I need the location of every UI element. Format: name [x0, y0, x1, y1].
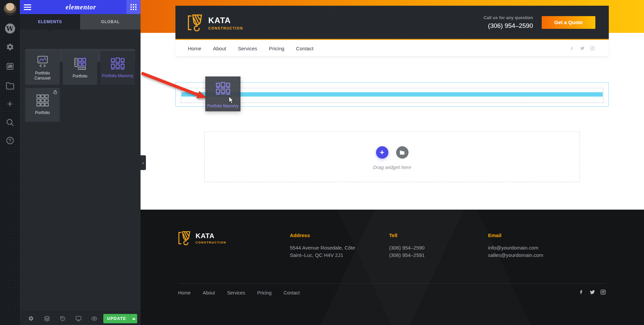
- instagram-icon[interactable]: [590, 46, 595, 51]
- brand-tagline: CONSTRUCTION: [208, 26, 243, 30]
- dragged-widget-ghost[interactable]: Portfolio Masonry: [205, 76, 240, 111]
- footer-nav-home[interactable]: Home: [178, 290, 191, 295]
- footer-brand: KATA CONSTRUCTION: [178, 230, 226, 246]
- folder-icon[interactable]: [0, 82, 20, 90]
- help-icon[interactable]: ?: [0, 137, 20, 144]
- empty-widget-section[interactable]: + Drag widget here: [204, 131, 580, 182]
- preview-eye-icon[interactable]: [86, 316, 102, 322]
- widget-portfolio-locked[interactable]: Portfolio: [25, 88, 60, 122]
- footer-tell-column: Tell (306) 954–2590 (306) 954–2591: [389, 232, 425, 259]
- user-avatar[interactable]: [0, 3, 20, 15]
- facebook-icon[interactable]: [579, 289, 584, 294]
- footer-email-column: Email info@yourdomain.com salles@yourdom…: [488, 232, 543, 259]
- page-settings-gear-icon[interactable]: [23, 316, 39, 321]
- add-widget-button[interactable]: +: [376, 146, 388, 159]
- nav-socials: [570, 40, 595, 56]
- portfolio-carousel-icon: [36, 55, 49, 67]
- ghost-label: Portfolio Masonry: [200, 104, 247, 108]
- widgets-grid-icon[interactable]: [126, 0, 141, 14]
- history-icon[interactable]: [55, 316, 70, 322]
- portfolio-masonry-icon: [216, 82, 230, 95]
- elementor-panel: elementor ELEMENTS GLOBAL portfolio Port…: [20, 0, 141, 325]
- footer-address-column: Address 5544 Avenue Rosedale, Côte Saint…: [290, 232, 355, 259]
- site-nav: Home About Services Pricing Contact: [175, 40, 609, 56]
- get-a-quote-button[interactable]: Get a Quote: [542, 16, 595, 29]
- crane-logo-icon: [178, 230, 192, 246]
- call-us-text: Call us for any question: [484, 15, 533, 20]
- panel-collapse-handle[interactable]: ‹: [141, 155, 146, 170]
- footer-nav-pricing[interactable]: Pricing: [257, 290, 272, 295]
- lock-icon: [53, 90, 57, 94]
- editor-canvas: KATA CONSTRUCTION Call us for any questi…: [141, 0, 644, 325]
- tab-elements[interactable]: ELEMENTS: [20, 14, 80, 30]
- instagram-icon[interactable]: [600, 289, 606, 295]
- crane-logo-icon: [187, 14, 204, 32]
- brand-name: KATA: [208, 16, 243, 25]
- panel-tabs: ELEMENTS GLOBAL: [20, 14, 141, 30]
- footer-brand-tagline: CONSTRUCTION: [196, 241, 226, 244]
- site-brand: KATA CONSTRUCTION: [187, 14, 243, 32]
- elementor-logo: elementor: [35, 3, 126, 11]
- footer-socials: [579, 289, 606, 295]
- update-button[interactable]: UPDATE: [103, 314, 130, 323]
- update-options-arrow[interactable]: [130, 314, 137, 323]
- responsive-desktop-icon[interactable]: [70, 316, 86, 322]
- site-header: KATA CONSTRUCTION Call us for any questi…: [175, 6, 609, 40]
- portfolio-masonry-icon: [111, 57, 125, 70]
- panel-body: portfolio Portfolio Carousel: [20, 30, 141, 312]
- footer-nav: Home About Services Pricing Contact: [178, 290, 300, 295]
- wp-admin-rail: W + ?: [0, 0, 20, 325]
- footer-brand-name: KATA: [196, 232, 226, 240]
- portfolio-icon: [74, 57, 87, 70]
- template-library-button[interactable]: [396, 146, 409, 159]
- drag-widget-hint: Drag widget here: [373, 164, 411, 170]
- wordpress-logo-icon[interactable]: W: [0, 23, 20, 34]
- portfolio-grid-icon: [36, 94, 49, 107]
- drop-indicator-bar: [181, 92, 603, 97]
- panel-header: elementor: [20, 0, 141, 14]
- nav-item-home[interactable]: Home: [188, 46, 201, 51]
- nav-item-pricing[interactable]: Pricing: [269, 46, 284, 51]
- footer-nav-contact[interactable]: Contact: [283, 290, 300, 295]
- widget-portfolio-masonry[interactable]: Portfolio Masonry: [100, 51, 135, 85]
- footer-nav-services[interactable]: Services: [227, 290, 245, 295]
- widget-portfolio[interactable]: Portfolio: [63, 51, 97, 85]
- panel-footer: UPDATE: [20, 312, 141, 325]
- navigator-layers-icon[interactable]: [39, 316, 55, 322]
- site-footer: KATA CONSTRUCTION Address 5544 Avenue Ro…: [141, 210, 644, 325]
- footer-divider: [178, 283, 606, 284]
- search-icon[interactable]: [0, 118, 20, 127]
- customizer-sliders-icon[interactable]: [0, 62, 20, 70]
- settings-gear-icon[interactable]: [0, 43, 20, 51]
- nav-item-services[interactable]: Services: [238, 46, 257, 51]
- widget-grid: Portfolio Carousel Portfolio: [25, 51, 135, 122]
- nav-item-contact[interactable]: Contact: [296, 46, 314, 51]
- tab-global[interactable]: GLOBAL: [80, 14, 141, 30]
- twitter-icon[interactable]: [590, 289, 595, 295]
- elementor-editor-screen: W + ? elementor ELEMENTS GLOBAL p: [0, 0, 644, 325]
- menu-hamburger-icon[interactable]: [20, 0, 35, 14]
- footer-nav-about[interactable]: About: [203, 290, 215, 295]
- header-right: Call us for any question (306) 954–2590 …: [484, 6, 595, 39]
- widget-portfolio-carousel[interactable]: Portfolio Carousel: [25, 51, 60, 85]
- facebook-icon[interactable]: [570, 46, 575, 51]
- avatar: [4, 3, 16, 15]
- header-phone: (306) 954–2590: [484, 22, 533, 30]
- twitter-icon[interactable]: [580, 46, 585, 51]
- nav-item-about[interactable]: About: [213, 46, 226, 51]
- add-new-plus-icon[interactable]: +: [0, 99, 20, 109]
- folder-icon: [399, 150, 405, 155]
